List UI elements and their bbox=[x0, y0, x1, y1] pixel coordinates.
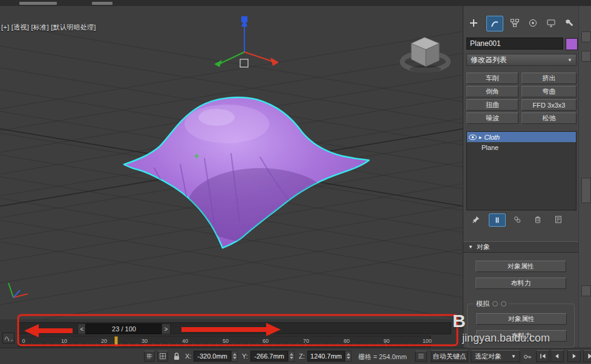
track-bar-ruler[interactable]: 0 10 20 30 40 50 60 70 80 90 100 bbox=[18, 336, 431, 347]
set-key-icon[interactable] bbox=[523, 352, 532, 363]
hierarchy-tab-icon[interactable] bbox=[507, 16, 523, 30]
modifier-button-bend[interactable]: 弯曲 bbox=[521, 86, 576, 97]
go-to-start-button[interactable] bbox=[536, 350, 549, 362]
stack-row-plane[interactable]: Plane bbox=[467, 142, 576, 152]
watermark-text: jingyan.baidu.com bbox=[462, 332, 550, 345]
command-panel-tabs bbox=[463, 16, 578, 31]
tick-label: 30 bbox=[136, 338, 154, 344]
x-coord-field[interactable]: -320.0mm bbox=[194, 351, 231, 362]
stack-row-cloth[interactable]: ▸ Cloth bbox=[467, 132, 576, 142]
panel-edge-fragment bbox=[581, 285, 591, 296]
display-tab-icon[interactable] bbox=[543, 16, 559, 30]
radio-icon[interactable] bbox=[492, 301, 498, 307]
time-caret[interactable] bbox=[114, 336, 118, 346]
modifier-button-bevel[interactable]: 倒角 bbox=[466, 86, 518, 97]
tick-label: 0 bbox=[15, 338, 33, 344]
modifier-stack: ▸ Cloth Plane bbox=[466, 131, 576, 210]
viewport-perspective[interactable]: [+] [透视] [标准] [默认明暗处理] bbox=[0, 6, 463, 320]
modifier-list-label: 修改器列表 bbox=[471, 55, 507, 65]
modify-tab-icon[interactable] bbox=[486, 16, 503, 31]
utilities-tab-icon[interactable] bbox=[561, 16, 577, 30]
y-spinner[interactable] bbox=[288, 351, 295, 362]
object-properties-button[interactable]: 对象属性 bbox=[475, 261, 566, 272]
y-coord-field[interactable]: -266.7mm bbox=[250, 351, 288, 362]
configure-modifier-sets-icon[interactable] bbox=[550, 213, 566, 226]
object-name-field[interactable]: Plane001 bbox=[466, 37, 563, 50]
modifier-button-relax[interactable]: 松弛 bbox=[521, 112, 576, 124]
stack-toolbar bbox=[463, 213, 578, 227]
chevron-down-icon: ▼ bbox=[567, 57, 572, 63]
menu-text-fragment bbox=[92, 2, 113, 5]
tick-label: 90 bbox=[377, 338, 396, 344]
frame-display[interactable]: 23 / 100 bbox=[85, 323, 163, 334]
tick-label: 50 bbox=[217, 338, 235, 344]
x-coord-label: X: bbox=[185, 353, 191, 360]
z-spinner[interactable] bbox=[345, 351, 351, 362]
cloth-forces-button[interactable]: 布料力 bbox=[475, 278, 566, 289]
remove-modifier-trash-icon[interactable] bbox=[530, 213, 546, 226]
previous-frame-playback-button[interactable] bbox=[550, 350, 564, 362]
modifier-button-twist[interactable]: 扭曲 bbox=[466, 99, 518, 111]
selection-lock-icon[interactable] bbox=[172, 351, 181, 363]
view-cube[interactable] bbox=[402, 37, 448, 73]
radio-icon[interactable] bbox=[501, 301, 506, 307]
3dsmax-window: [+] [透视] [标准] [默认明暗处理] Plan bbox=[0, 0, 591, 364]
grid-toggle-icon[interactable] bbox=[144, 351, 155, 362]
simulate-group-legend: 模拟 bbox=[474, 299, 509, 308]
tick-label: 80 bbox=[338, 338, 356, 344]
grid-spacing-text: 栅格 = 254.0mm bbox=[358, 353, 407, 362]
make-unique-icon[interactable] bbox=[509, 213, 525, 226]
watermark-initial: B bbox=[452, 311, 466, 331]
time-slider-track[interactable]: < 23 / 100 > bbox=[18, 322, 451, 334]
create-tab-icon[interactable] bbox=[466, 16, 482, 30]
panel-edge-fragment bbox=[581, 31, 591, 42]
object-rollout-header[interactable]: ▼ 对象 bbox=[463, 241, 578, 253]
modifier-button-extrude[interactable]: 挤出 bbox=[521, 73, 576, 84]
stack-base-object-label[interactable]: Plane bbox=[482, 144, 498, 151]
rollout-title: 对象 bbox=[477, 242, 490, 252]
transform-gizmo[interactable] bbox=[214, 16, 279, 67]
next-frame-playback-button[interactable] bbox=[583, 350, 591, 362]
modifier-button-noise[interactable]: 噪波 bbox=[466, 112, 518, 124]
tick-label: 10 bbox=[55, 338, 73, 344]
motion-tab-icon[interactable] bbox=[525, 16, 541, 30]
viewport-label[interactable]: [+] [透视] [标准] [默认明暗处理] bbox=[1, 23, 96, 32]
status-bar: X: -320.0mm Y: -266.7mm Z: 1240.7mm 栅格 =… bbox=[0, 348, 591, 364]
x-spinner[interactable] bbox=[231, 351, 238, 362]
mini-curve-toggle-button[interactable] bbox=[2, 333, 15, 343]
modifier-button-ffd[interactable]: FFD 3x3x3 bbox=[521, 99, 576, 111]
viewport-canvas bbox=[0, 6, 463, 319]
keyframe-filter-icon[interactable] bbox=[415, 351, 427, 362]
modifier-list-dropdown[interactable]: 修改器列表 ▼ bbox=[466, 54, 576, 66]
snap-toggle-icon[interactable] bbox=[157, 351, 168, 362]
tick-label: 70 bbox=[297, 338, 315, 344]
selection-filter-label: 选定对象 bbox=[475, 352, 501, 361]
z-coord-label: Z: bbox=[299, 353, 305, 360]
auto-key-button[interactable]: 自动关键点 bbox=[431, 350, 468, 362]
tick-label: 100 bbox=[418, 338, 436, 344]
tick-label: 20 bbox=[95, 338, 113, 344]
rollout-arrow-icon: ▼ bbox=[468, 244, 473, 250]
expand-arrow-icon[interactable]: ▸ bbox=[479, 134, 482, 140]
simulate-group-title: 模拟 bbox=[476, 299, 489, 308]
panel-edge-fragment bbox=[581, 51, 591, 62]
command-panel: Plane001 修改器列表 ▼ 车削 挤出 倒角 弯曲 扭曲 FFD 3x3x… bbox=[463, 6, 591, 348]
modifier-button-lathe[interactable]: 车削 bbox=[466, 73, 518, 84]
z-coord-field[interactable]: 1240.7mm bbox=[307, 351, 345, 362]
sim-object-properties-button[interactable]: 对象属性 bbox=[476, 313, 567, 325]
next-frame-button[interactable]: > bbox=[162, 323, 171, 334]
pin-stack-icon[interactable] bbox=[468, 213, 484, 226]
tick-label: 60 bbox=[256, 338, 275, 344]
panel-edge-strip bbox=[578, 6, 591, 348]
panel-edge-fragment bbox=[581, 178, 591, 203]
visibility-eye-icon[interactable] bbox=[469, 134, 477, 140]
object-color-swatch[interactable] bbox=[566, 38, 578, 50]
stack-modifier-label[interactable]: Cloth bbox=[485, 134, 500, 141]
timeline: < 23 / 100 > 0 10 20 30 40 50 60 70 80 9… bbox=[0, 319, 463, 348]
selection-filter-dropdown[interactable]: 选定对象 ▼ bbox=[471, 350, 520, 362]
tick-label: 40 bbox=[176, 338, 194, 344]
play-button[interactable] bbox=[567, 350, 581, 362]
y-coord-label: Y: bbox=[242, 353, 248, 360]
world-axis-tripod bbox=[8, 283, 28, 297]
show-end-result-icon[interactable] bbox=[489, 213, 506, 227]
